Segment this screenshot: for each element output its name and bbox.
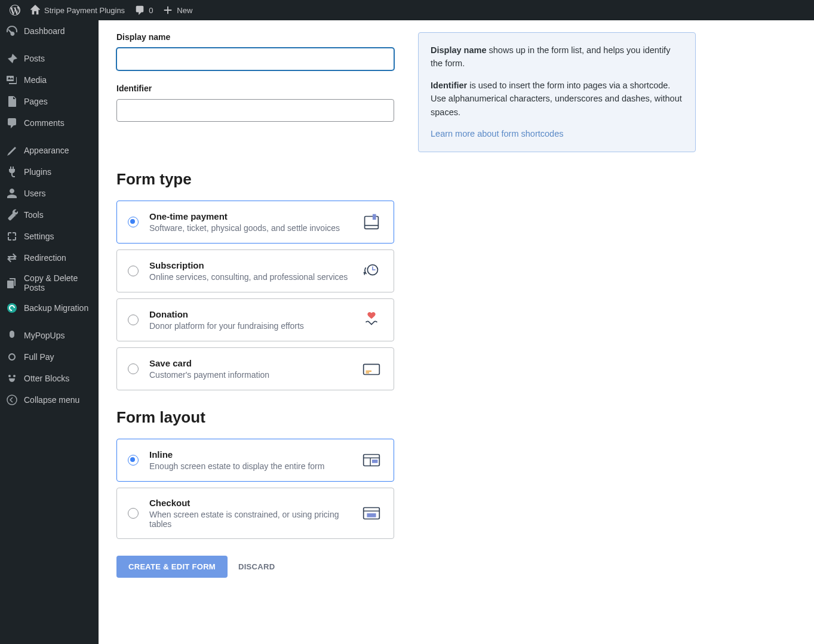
comment-icon xyxy=(134,5,145,16)
svg-rect-13 xyxy=(372,460,378,463)
radio-icon xyxy=(128,217,139,227)
form-type-save-card[interactable]: Save card Customer's payment information xyxy=(116,347,394,390)
option-title: Save card xyxy=(149,358,349,368)
sidebar-item-label: Dashboard xyxy=(24,26,65,36)
sidebar-item-copy-delete[interactable]: Copy & Delete Posts xyxy=(0,269,99,297)
sidebar-item-dashboard[interactable]: Dashboard xyxy=(0,20,99,42)
comments-link[interactable]: 0 xyxy=(130,0,158,20)
sidebar-item-users[interactable]: Users xyxy=(0,183,99,204)
sidebar-item-fullpay[interactable]: Full Pay xyxy=(0,346,99,368)
discard-button[interactable]: DISCARD xyxy=(238,562,275,571)
inline-layout-icon xyxy=(360,449,383,472)
svg-rect-5 xyxy=(373,214,376,220)
option-title: Checkout xyxy=(149,498,349,508)
collapse-icon xyxy=(6,394,18,406)
admin-bar: Stripe Payment Plugins 0 New xyxy=(0,0,814,20)
copy-icon xyxy=(6,277,18,289)
new-label: New xyxy=(177,6,192,15)
option-desc: Donor platform for your fundraising effo… xyxy=(149,321,349,331)
main-content: Display name Identifier Display name sho… xyxy=(99,20,814,644)
display-name-input[interactable] xyxy=(116,48,394,70)
tools-icon xyxy=(6,209,18,221)
sidebar-item-tools[interactable]: Tools xyxy=(0,204,99,226)
option-desc: Online services, consulting, and profess… xyxy=(149,272,349,282)
sidebar-item-label: Settings xyxy=(24,232,54,241)
sidebar-item-plugins[interactable]: Plugins xyxy=(0,161,99,183)
sidebar-item-label: Backup Migration xyxy=(24,303,88,313)
option-title: Subscription xyxy=(149,260,349,270)
dashboard-icon xyxy=(6,25,18,37)
radio-icon xyxy=(128,266,139,276)
pages-icon xyxy=(6,95,18,107)
sidebar-item-label: Copy & Delete Posts xyxy=(24,273,93,292)
svg-point-3 xyxy=(7,395,17,405)
checkout-layout-icon xyxy=(360,502,383,525)
display-name-label: Display name xyxy=(116,32,394,42)
wordpress-logo[interactable] xyxy=(5,0,25,20)
sidebar-item-redirection[interactable]: Redirection xyxy=(0,247,99,269)
info-link[interactable]: Learn more about form shortcodes xyxy=(431,129,563,138)
form-layout-checkout[interactable]: Checkout When screen estate is constrain… xyxy=(116,488,394,539)
admin-sidebar: Dashboard Posts Media Pages Comments App… xyxy=(0,20,99,644)
option-title: One-time payment xyxy=(149,211,349,221)
svg-point-2 xyxy=(13,375,16,377)
home-link[interactable]: Stripe Payment Plugins xyxy=(25,0,130,20)
otter-icon xyxy=(6,372,18,384)
form-type-heading: Form type xyxy=(116,170,394,189)
users-icon xyxy=(6,187,18,199)
sidebar-item-otter[interactable]: Otter Blocks xyxy=(0,368,99,389)
media-icon xyxy=(6,74,18,86)
form-type-one-time[interactable]: One-time payment Software, ticket, physi… xyxy=(116,201,394,244)
book-icon xyxy=(360,211,383,233)
sidebar-item-label: Full Pay xyxy=(24,352,54,362)
comments-count: 0 xyxy=(149,6,153,15)
create-edit-button[interactable]: CREATE & EDIT FORM xyxy=(116,556,228,578)
info-box: Display name shows up in the form list, … xyxy=(418,32,696,152)
plus-icon xyxy=(162,5,173,16)
option-desc: Software, ticket, physical goods, and se… xyxy=(149,223,349,233)
sidebar-item-label: Tools xyxy=(24,210,44,220)
fullpay-icon xyxy=(6,351,18,363)
sidebar-item-media[interactable]: Media xyxy=(0,69,99,91)
heart-hands-icon xyxy=(360,309,383,331)
sidebar-item-settings[interactable]: Settings xyxy=(0,226,99,247)
sidebar-item-label: Collapse menu xyxy=(24,395,79,405)
sidebar-item-label: Otter Blocks xyxy=(24,374,69,383)
form-type-subscription[interactable]: Subscription Online services, consulting… xyxy=(116,249,394,292)
sidebar-item-appearance[interactable]: Appearance xyxy=(0,140,99,161)
info-strong-2: Identifier xyxy=(431,81,467,90)
backup-icon xyxy=(6,302,18,314)
new-link[interactable]: New xyxy=(158,0,197,20)
identifier-input[interactable] xyxy=(116,99,394,122)
svg-rect-16 xyxy=(367,513,376,517)
sidebar-item-posts[interactable]: Posts xyxy=(0,48,99,69)
radio-icon xyxy=(128,315,139,325)
pin-icon xyxy=(6,53,18,64)
popup-icon xyxy=(6,329,18,341)
sidebar-item-label: MyPopUps xyxy=(24,331,64,340)
sidebar-item-comments[interactable]: Comments xyxy=(0,112,99,134)
redirection-icon xyxy=(6,252,18,264)
wordpress-icon xyxy=(10,5,20,16)
identifier-label: Identifier xyxy=(116,84,394,93)
sidebar-item-label: Appearance xyxy=(24,146,69,155)
sidebar-item-backup-migration[interactable]: Backup Migration xyxy=(0,297,99,319)
sidebar-item-mypopups[interactable]: MyPopUps xyxy=(0,325,99,346)
appearance-icon xyxy=(6,144,18,156)
svg-point-0 xyxy=(7,303,17,313)
sidebar-item-label: Comments xyxy=(24,118,64,128)
sidebar-item-collapse[interactable]: Collapse menu xyxy=(0,389,99,411)
form-type-donation[interactable]: Donation Donor platform for your fundrai… xyxy=(116,298,394,341)
sidebar-item-pages[interactable]: Pages xyxy=(0,91,99,112)
form-layout-inline[interactable]: Inline Enough screen estate to display t… xyxy=(116,439,394,482)
info-text-2: is used to insert the form into pages vi… xyxy=(431,81,682,117)
radio-icon xyxy=(128,508,139,519)
sidebar-item-label: Media xyxy=(24,75,47,85)
info-strong-1: Display name xyxy=(431,45,487,55)
site-title: Stripe Payment Plugins xyxy=(44,6,125,15)
svg-point-1 xyxy=(8,375,11,377)
plugins-icon xyxy=(6,166,18,178)
settings-icon xyxy=(6,230,18,242)
radio-icon xyxy=(128,363,139,374)
card-icon xyxy=(360,358,383,380)
